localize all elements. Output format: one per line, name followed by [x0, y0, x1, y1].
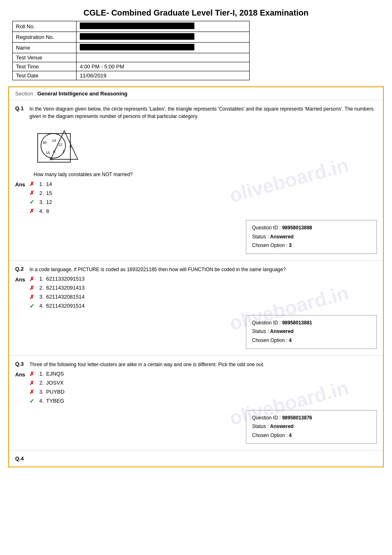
option-item: ✗1.EJNQS: [29, 371, 377, 377]
question-id-box: Question ID : 98958013881 Status : Answe…: [246, 315, 377, 349]
question-id-box: Question ID : 98958013876 Status : Answe…: [246, 410, 377, 444]
info-value: 4:00 PM - 5:00 PM: [76, 62, 249, 71]
option-item: ✓4.TYBEG: [29, 398, 377, 404]
status-label: Status :: [252, 424, 270, 429]
status-label: Status :: [252, 234, 270, 240]
qid-value: 98958013881: [282, 320, 312, 326]
option-number: 3.: [39, 199, 44, 205]
answer-row: Ans✗1.EJNQS✗2.JOSVX✗3.PUYBD✓4.TYBEG: [15, 371, 377, 407]
svg-text:15: 15: [46, 151, 50, 155]
question-number: Q.3: [15, 361, 29, 367]
option-number: 1.: [39, 371, 44, 377]
option-number: 1.: [39, 181, 44, 187]
ans-label: Ans: [15, 181, 29, 188]
wrong-icon: ✗: [29, 181, 38, 187]
exam-content-section: Section : General Intelligence and Reaso…: [8, 86, 384, 467]
chosen-label: Chosen Option :: [252, 242, 289, 248]
option-number: 2.: [39, 190, 44, 196]
option-item: ✗2.15: [29, 190, 377, 196]
ans-label: Ans: [15, 276, 29, 283]
page-wrapper: CGLE- Combined Graduate Level Tier-I, 20…: [0, 0, 392, 471]
info-label: Name: [13, 43, 77, 53]
qid-value: 98958013898: [282, 225, 312, 231]
option-number: 4.: [39, 303, 44, 309]
wrong-icon: ✗: [29, 294, 38, 300]
section-label: Section :: [15, 91, 37, 97]
option-number: 3.: [39, 389, 44, 395]
redacted-value: [80, 44, 194, 50]
option-text: 8: [46, 208, 49, 214]
info-label: Registration No.: [13, 32, 77, 43]
wrong-icon: ✗: [29, 208, 38, 214]
info-value: [76, 21, 249, 32]
option-text: 6211432081514: [46, 294, 85, 300]
section-header: Section : General Intelligence and Reaso…: [9, 87, 383, 100]
exam-title: CGLE- Combined Graduate Level Tier-I, 20…: [8, 4, 384, 21]
answer-row: Ans✗1.14✗2.15✓3.12✗4.8: [15, 181, 377, 217]
chosen-value: 3: [289, 242, 292, 248]
wrong-icon: ✗: [29, 285, 38, 291]
status-value: Answered: [270, 424, 293, 429]
chosen-label: Chosen Option :: [252, 433, 289, 438]
svg-text:12: 12: [58, 143, 62, 147]
option-text: JOSVX: [46, 380, 64, 386]
qid-value: 98958013876: [282, 415, 312, 421]
q4-label: Q.4: [15, 455, 24, 462]
question-id-box: Question ID : 98958013898 Status : Answe…: [246, 220, 377, 254]
info-table: Roll No.Registration No.NameTest VenueTe…: [12, 21, 250, 80]
chosen-row: Chosen Option : 4: [252, 336, 371, 345]
option-text: 6211432091413: [46, 285, 85, 291]
options-list: ✗1.EJNQS✗2.JOSVX✗3.PUYBD✓4.TYBEG: [29, 371, 377, 407]
wrong-icon: ✗: [29, 190, 38, 196]
question-number: Q.2: [15, 266, 29, 272]
status-row: Status : Answered: [252, 327, 371, 336]
chosen-value: 4: [289, 338, 292, 343]
status-row: Status : Answered: [252, 233, 371, 242]
svg-text:3: 3: [62, 150, 64, 154]
question-row: Q.1In the Venn diagram given below, the …: [15, 105, 377, 120]
wrong-icon: ✗: [29, 371, 38, 377]
option-item: ✓3.12: [29, 199, 377, 205]
questions-container: oliveboard.inQ.1In the Venn diagram give…: [9, 100, 383, 451]
svg-marker-2: [51, 131, 78, 159]
qid-label: Question ID :: [252, 225, 282, 231]
question-text: Three of the following four letter-clust…: [29, 361, 377, 368]
option-item: ✗3.6211432081514: [29, 294, 377, 300]
venn-svg: 40 14 12 3 8 15 10 5: [34, 123, 87, 168]
options-list: ✗1.6211332091513✗2.6211432091413✗3.62114…: [29, 276, 377, 312]
wrong-icon: ✗: [29, 276, 38, 282]
answer-row: Ans✗1.6211332091513✗2.6211432091413✗3.62…: [15, 276, 377, 312]
option-number: 1.: [39, 276, 44, 282]
wrong-icon: ✗: [29, 389, 38, 395]
correct-icon: ✓: [29, 398, 38, 404]
redacted-value: [80, 33, 194, 40]
venn-diagram: 40 14 12 3 8 15 10 5: [34, 123, 377, 168]
chosen-value: 4: [289, 433, 292, 438]
question-row: Q.3Three of the following four letter-cl…: [15, 361, 377, 368]
options-list: ✗1.14✗2.15✓3.12✗4.8: [29, 181, 377, 217]
info-label: Roll No.: [13, 21, 77, 32]
option-text: 14: [46, 181, 52, 187]
info-value: [76, 43, 249, 53]
info-label: Test Venue: [13, 53, 77, 62]
svg-text:14: 14: [52, 138, 56, 143]
option-item: ✗1.14: [29, 181, 377, 187]
qid-row: Question ID : 98958013898: [252, 224, 371, 233]
option-item: ✗2.JOSVX: [29, 380, 377, 386]
svg-text:10: 10: [49, 157, 53, 161]
question-text: In the Venn diagram given below, the cir…: [29, 105, 377, 120]
correct-icon: ✓: [29, 199, 38, 205]
q4-block: Q.4: [9, 451, 383, 467]
option-text: 12: [46, 199, 52, 205]
ans-label: Ans: [15, 371, 29, 378]
info-label: Test Time: [13, 62, 77, 71]
option-item: ✗3.PUYBD: [29, 389, 377, 395]
correct-icon: ✓: [29, 303, 38, 309]
option-text: 6211332091513: [46, 276, 85, 282]
option-item: ✗1.6211332091513: [29, 276, 377, 282]
svg-text:8: 8: [53, 150, 55, 154]
info-label: Test Date: [13, 71, 77, 80]
option-text: 15: [46, 190, 52, 196]
option-text: PUYBD: [46, 389, 65, 395]
option-item: ✓4.6211432091514: [29, 303, 377, 309]
